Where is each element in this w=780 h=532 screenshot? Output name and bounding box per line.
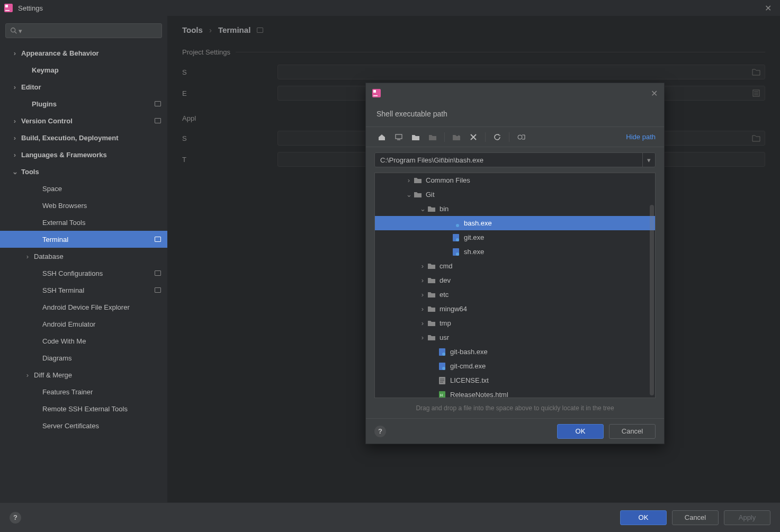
modal-backdrop: ✕ Shell executable path + Hide path <box>167 16 780 502</box>
nav-item-features-trainer[interactable]: Features Trainer <box>0 383 167 400</box>
svg-point-3 <box>11 28 15 32</box>
svg-point-25 <box>442 353 445 356</box>
nav-label: External Tools <box>42 219 167 227</box>
nav-label: Version Control <box>21 117 155 125</box>
cancel-button[interactable]: Cancel <box>609 424 656 439</box>
new-folder-icon[interactable]: + <box>449 131 464 143</box>
nav-item-code-with-me[interactable]: Code With Me <box>0 332 167 349</box>
tree-label: LICENSE.txt <box>450 376 489 384</box>
chevron-icon: › <box>23 253 32 260</box>
tree-node-mingw64[interactable]: ›mingw64 <box>375 302 655 316</box>
nav-item-android-device-file-explorer[interactable]: Android Device File Explorer <box>0 299 167 315</box>
file-chooser-modal: ✕ Shell executable path + Hide path <box>365 83 665 444</box>
nav-item-terminal[interactable]: Terminal <box>0 231 167 248</box>
folder-icon <box>427 205 436 213</box>
svg-line-4 <box>15 32 17 34</box>
svg-rect-12 <box>396 134 402 139</box>
tree-node-bin[interactable]: ⌄bin <box>375 202 655 216</box>
tree-node-tmp[interactable]: ›tmp <box>375 316 655 330</box>
hide-path-link[interactable]: Hide path <box>626 133 656 141</box>
scope-badge-icon <box>155 237 161 242</box>
tree-node-license-txt[interactable]: LICENSE.txt <box>375 373 655 387</box>
chevron-icon: › <box>11 83 19 91</box>
svg-point-23 <box>456 253 459 256</box>
show-hidden-icon[interactable] <box>514 131 528 143</box>
home-icon[interactable] <box>374 131 389 143</box>
chevron-icon: ⌄ <box>418 205 427 213</box>
nav-item-external-tools[interactable]: External Tools <box>0 214 167 231</box>
delete-icon[interactable] <box>466 131 481 143</box>
nav-label: Diagrams <box>42 354 167 362</box>
nav-label: Remote SSH External Tools <box>42 405 167 413</box>
tree-node-cmd[interactable]: ›cmd <box>375 259 655 273</box>
nav-label: Editor <box>21 83 167 91</box>
close-icon[interactable]: ✕ <box>651 88 658 98</box>
nav-item-ssh-configurations[interactable]: SSH Configurations <box>0 265 167 282</box>
apply-button[interactable]: Apply <box>724 510 770 525</box>
project-icon[interactable] <box>408 131 423 143</box>
desktop-icon[interactable] <box>391 131 406 143</box>
nav-label: SSH Configurations <box>42 269 155 277</box>
nav-item-plugins[interactable]: Plugins <box>0 95 167 112</box>
tree-node-bash-exe[interactable]: bash.exe <box>375 216 655 230</box>
chevron-icon: › <box>11 117 19 125</box>
txt-icon <box>437 377 447 384</box>
ok-button[interactable]: OK <box>620 510 667 525</box>
nav-item-keymap[interactable]: Keymap <box>0 61 167 78</box>
tree-node-dev[interactable]: ›dev <box>375 273 655 287</box>
tree-node-usr[interactable]: ›usr <box>375 330 655 345</box>
nav-item-build-execution-deployment[interactable]: ›Build, Execution, Deployment <box>0 129 167 146</box>
svg-text:H: H <box>440 393 443 397</box>
tree-node-git-bash-exe[interactable]: git-bash.exe <box>375 345 655 359</box>
nav-item-diagrams[interactable]: Diagrams <box>0 349 167 366</box>
module-icon[interactable] <box>425 131 440 143</box>
chevron-icon: › <box>418 262 427 270</box>
svg-rect-2 <box>5 10 10 11</box>
search-caret: ▾ <box>19 27 22 35</box>
nav-item-android-emulator[interactable]: Android Emulator <box>0 315 167 332</box>
nav-item-server-certificates[interactable]: Server Certificates <box>0 417 167 434</box>
svg-text:+: + <box>458 134 460 137</box>
nav-item-space[interactable]: Space <box>0 180 167 197</box>
modal-header: ✕ <box>366 83 664 103</box>
tree-node-etc[interactable]: ›etc <box>375 287 655 302</box>
chevron-icon: › <box>405 176 413 184</box>
nav-item-database[interactable]: ›Database <box>0 248 167 265</box>
tree-label: etc <box>440 291 449 299</box>
nav-label: Database <box>34 253 167 260</box>
tree-node-git-cmd-exe[interactable]: git-cmd.exe <box>375 359 655 373</box>
scrollbar[interactable] <box>650 205 654 395</box>
nav-item-languages-frameworks[interactable]: ›Languages & Frameworks <box>0 146 167 163</box>
help-icon[interactable]: ? <box>374 426 386 437</box>
path-input[interactable]: C:\Program Files\Git\bin\bash.exe ▾ <box>374 152 656 167</box>
tree-node-common-files[interactable]: ›Common Files <box>375 173 655 187</box>
chevron-down-icon[interactable]: ▾ <box>642 153 655 167</box>
chevron-icon: ⌄ <box>405 191 413 199</box>
nav-item-tools[interactable]: ⌄Tools <box>0 163 167 180</box>
file-tree[interactable]: ›Common Files⌄Git⌄binbash.exegit.exesh.e… <box>374 173 656 398</box>
sidebar: ▾ ›Appearance & BehaviorKeymap›EditorPlu… <box>0 16 167 502</box>
tree-node-releasenotes-html[interactable]: HReleaseNotes.html <box>375 387 655 398</box>
folder-icon <box>427 277 436 284</box>
nav-item-remote-ssh-external-tools[interactable]: Remote SSH External Tools <box>0 400 167 417</box>
nav-item-appearance-behavior[interactable]: ›Appearance & Behavior <box>0 44 167 61</box>
nav-item-ssh-terminal[interactable]: SSH Terminal <box>0 282 167 299</box>
nav-item-web-browsers[interactable]: Web Browsers <box>0 197 167 214</box>
tree-node-git[interactable]: ⌄Git <box>375 187 655 202</box>
nav-item-version-control[interactable]: ›Version Control <box>0 112 167 129</box>
help-icon[interactable]: ? <box>10 512 21 524</box>
search-input[interactable]: ▾ <box>5 23 162 38</box>
nav-label: Build, Execution, Deployment <box>21 134 167 142</box>
tree-node-git-exe[interactable]: git.exe <box>375 230 655 245</box>
tree-node-sh-exe[interactable]: sh.exe <box>375 245 655 259</box>
close-icon[interactable]: ✕ <box>760 3 776 13</box>
refresh-icon[interactable] <box>490 131 505 143</box>
folder-icon <box>427 305 436 313</box>
nav-item-editor[interactable]: ›Editor <box>0 78 167 95</box>
scope-badge-icon <box>155 287 161 293</box>
nav-label: Keymap <box>32 66 167 74</box>
cancel-button[interactable]: Cancel <box>672 510 719 525</box>
ok-button[interactable]: OK <box>557 424 604 439</box>
nav-item-diff-merge[interactable]: ›Diff & Merge <box>0 366 167 383</box>
tree-label: Git <box>426 191 435 199</box>
